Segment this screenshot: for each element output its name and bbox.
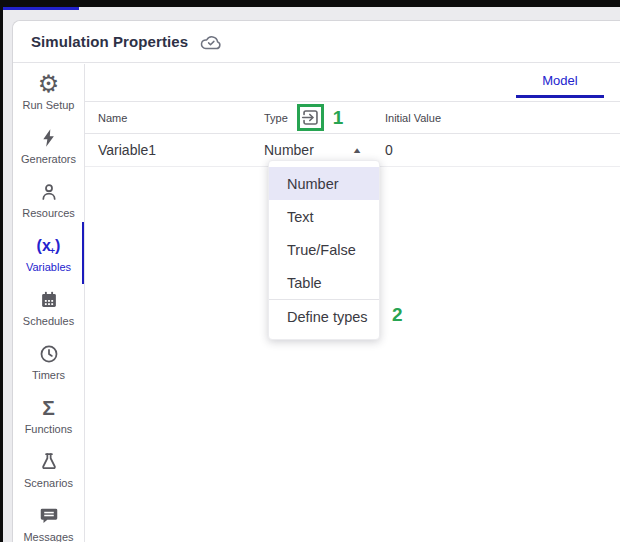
sidebar-item-resources[interactable]: Resources: [13, 172, 84, 226]
sigma-icon: Σ: [42, 395, 55, 421]
panel-header: Simulation Properties: [13, 21, 620, 63]
top-accent-line: [3, 7, 79, 10]
lightning-icon: [38, 125, 60, 151]
window-left-edge: [0, 0, 3, 542]
chevron-up-icon: ▲: [351, 146, 362, 155]
column-header-type: Type 1: [264, 102, 343, 133]
person-icon: [38, 179, 60, 205]
panel-title: Simulation Properties: [31, 33, 188, 50]
sidebar-item-scenarios[interactable]: Scenarios: [13, 442, 84, 496]
sidebar: ⚙ Run Setup Generators Resources: [13, 64, 85, 542]
sidebar-item-schedules[interactable]: Schedules: [13, 280, 84, 334]
sidebar-item-timers[interactable]: Timers: [13, 334, 84, 388]
dropdown-option-number[interactable]: Number: [269, 167, 379, 200]
window-top-bar: [0, 0, 620, 7]
column-header-initial-value: Initial Value: [385, 102, 441, 133]
cloud-check-icon: [199, 33, 223, 52]
variable-type-value: Number: [264, 142, 314, 158]
gear-icon: ⚙: [38, 71, 60, 97]
type-dropdown-menu: Number Text True/False Table Define type…: [268, 160, 380, 340]
define-types-annotation-box: [297, 104, 324, 131]
calendar-icon: [38, 287, 60, 313]
sidebar-item-messages[interactable]: Messages: [13, 496, 84, 542]
table-header-row: Name Type 1 Initial Value: [85, 101, 620, 134]
tab-bar: Model: [85, 64, 620, 101]
message-icon: [38, 503, 60, 529]
flask-icon: [38, 449, 60, 475]
sidebar-item-run-setup[interactable]: ⚙ Run Setup: [13, 64, 84, 118]
clock-icon: [38, 341, 60, 367]
tab-model-underline: [516, 95, 604, 98]
variable-name-cell[interactable]: Variable1: [98, 134, 156, 166]
sidebar-item-variables[interactable]: (x+) Variables: [13, 226, 84, 280]
annotation-step-2: 2: [392, 304, 403, 326]
variable-initial-value-cell[interactable]: 0: [385, 134, 393, 166]
sidebar-item-generators[interactable]: Generators: [13, 118, 84, 172]
column-header-name: Name: [98, 102, 127, 133]
enter-type-icon[interactable]: [301, 108, 320, 127]
dropdown-option-define-types[interactable]: Define types: [269, 300, 379, 333]
dropdown-option-table[interactable]: Table: [269, 266, 379, 299]
dropdown-option-true-false[interactable]: True/False: [269, 233, 379, 266]
tab-model[interactable]: Model: [516, 73, 604, 88]
dropdown-option-text[interactable]: Text: [269, 200, 379, 233]
variables-icon: (x+): [37, 233, 61, 259]
annotation-step-1: 1: [333, 107, 344, 129]
sidebar-item-functions[interactable]: Σ Functions: [13, 388, 84, 442]
